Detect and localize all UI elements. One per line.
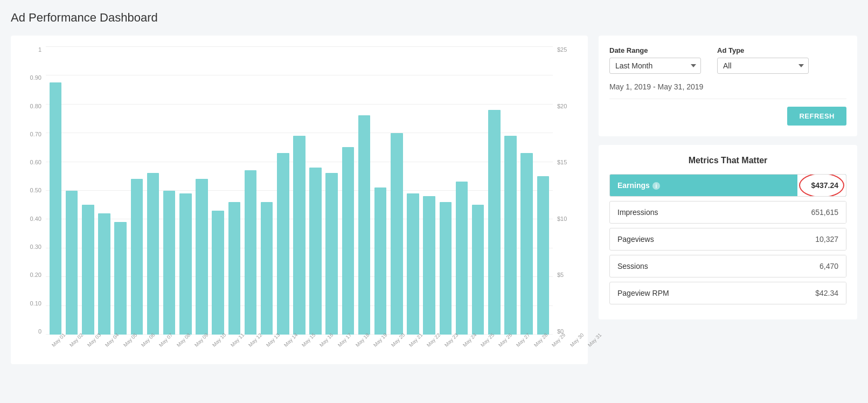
x-label: May 08: [176, 332, 192, 348]
refresh-button[interactable]: REFRESH: [787, 107, 846, 126]
y-left-label: 0: [38, 328, 41, 335]
bar-group: [308, 46, 323, 335]
bar: [309, 168, 322, 335]
y-left-label: 1: [38, 46, 41, 53]
bar: [147, 173, 159, 335]
bar-group: [454, 46, 469, 335]
x-label: May 31: [586, 332, 602, 348]
bar-group: [275, 46, 290, 335]
bar: [131, 179, 143, 335]
metric-value: $42.34: [797, 282, 846, 304]
x-label: May 21: [408, 332, 424, 348]
metric-value: 10,327: [797, 228, 846, 250]
bar-group: [438, 46, 453, 335]
x-label: May 07: [158, 332, 174, 348]
x-label: May 05: [122, 332, 138, 348]
x-label: May 25: [479, 332, 495, 348]
bar: [342, 147, 355, 335]
bar-group: [145, 46, 161, 335]
x-label: May 28: [533, 332, 549, 348]
metrics-title: Metrics That Matter: [609, 156, 846, 165]
x-label: May 10: [211, 332, 227, 348]
y-left-label: 0.50: [30, 187, 41, 193]
x-label: May 01: [51, 332, 67, 348]
date-range-group: Date Range Last MonthLast 7 DaysLast 30 …: [609, 46, 701, 74]
x-label: May 16: [318, 332, 335, 348]
ad-type-group: Ad Type AllDisplayVideoNative: [717, 46, 809, 74]
bar-group: [243, 46, 258, 335]
x-label: May 12: [247, 332, 263, 348]
y-left-label: 0.20: [30, 272, 41, 278]
chart-wrapper: 10.900.800.700.600.500.400.300.200.100 M…: [22, 46, 577, 359]
y-left-label: 0.10: [30, 300, 41, 307]
metrics-list: Earningsi$437.24Impressions651,615Pagevi…: [609, 174, 846, 304]
bar: [212, 211, 224, 335]
x-label: May 22: [426, 332, 442, 348]
metric-label: Earningsi: [610, 175, 797, 196]
metric-row: Earningsi$437.24: [609, 174, 846, 197]
bar: [66, 191, 78, 335]
bar-group: [519, 46, 534, 335]
bar: [261, 202, 273, 335]
bar-group: [291, 46, 307, 335]
date-range-select[interactable]: Last MonthLast 7 DaysLast 30 DaysCustom: [609, 58, 701, 74]
y-axis-right: $25$20$15$10$5$0: [553, 46, 577, 359]
metric-label: Impressions: [610, 202, 797, 223]
y-right-label: $5: [557, 272, 564, 278]
y-right-label: $20: [557, 103, 567, 109]
bar: [179, 193, 192, 335]
bar: [504, 136, 517, 335]
x-label: May 09: [193, 332, 210, 348]
y-left-label: 0.60: [30, 159, 41, 165]
x-label: May 24: [461, 332, 477, 348]
x-label: May 27: [515, 332, 531, 348]
x-label: May 03: [86, 332, 102, 348]
x-label: May 11: [229, 332, 245, 348]
metric-row: Sessions6,470: [609, 255, 846, 277]
chart-panel: 10.900.800.700.600.500.400.300.200.100 M…: [11, 36, 588, 364]
chart-inner: May 01May 02May 03May 04May 05May 06May …: [46, 46, 553, 359]
bar-group: [357, 46, 372, 335]
info-icon[interactable]: i: [652, 182, 660, 190]
active-period: May 1, 2019 - May 31, 2019: [609, 82, 846, 99]
bar-group: [211, 46, 226, 335]
bar-group: [162, 46, 177, 335]
main-layout: 10.900.800.700.600.500.400.300.200.100 M…: [11, 36, 857, 364]
y-right-label: $25: [557, 46, 567, 53]
y-axis-left: 10.900.800.700.600.500.400.300.200.100: [22, 46, 46, 359]
y-left-label: 0.90: [30, 74, 41, 81]
x-label: May 18: [354, 332, 370, 348]
bar: [440, 202, 452, 335]
bar: [374, 187, 387, 335]
bar: [82, 205, 94, 335]
ad-type-select[interactable]: AllDisplayVideoNative: [717, 58, 809, 74]
page-title: Ad Performance Dashboard: [11, 11, 857, 25]
bar-group: [324, 46, 339, 335]
bar-group: [96, 46, 112, 335]
bar: [245, 170, 257, 335]
bar: [277, 153, 289, 335]
x-label: May 23: [443, 332, 460, 348]
bars-container: [46, 46, 553, 335]
x-label: May 15: [301, 332, 317, 348]
bar-group: [405, 46, 420, 335]
metric-value: 6,470: [797, 255, 846, 277]
y-right-label: $15: [557, 159, 567, 165]
refresh-row: REFRESH: [609, 107, 846, 126]
y-left-label: 0.80: [30, 103, 41, 109]
y-left-label: 0.70: [30, 131, 41, 137]
x-label: May 14: [283, 332, 299, 348]
bar-group: [470, 46, 485, 335]
bar-group: [194, 46, 209, 335]
x-label: May 26: [497, 332, 513, 348]
bar-group: [259, 46, 274, 335]
x-label: May 17: [336, 332, 352, 348]
bar: [537, 176, 550, 335]
x-label: May 20: [390, 332, 406, 348]
metric-row: Impressions651,615: [609, 201, 846, 224]
bar: [488, 110, 501, 335]
bar: [114, 222, 127, 335]
y-right-label: $10: [557, 216, 567, 222]
bar: [293, 136, 305, 335]
bar-group: [80, 46, 95, 335]
